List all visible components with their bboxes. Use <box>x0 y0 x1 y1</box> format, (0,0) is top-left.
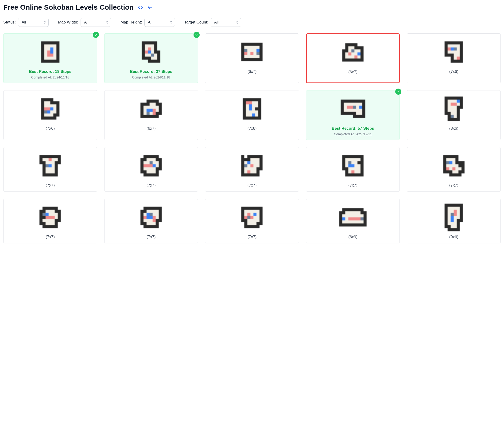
level-dimensions: (6x7) <box>248 69 257 74</box>
width-select-value: All <box>84 20 88 24</box>
level-card[interactable]: (6x7) <box>306 33 400 83</box>
level-thumbnail <box>440 95 468 123</box>
level-card[interactable]: (7x7) <box>205 199 299 243</box>
level-thumbnail <box>238 152 266 180</box>
best-record: Best Record: 18 Steps <box>29 69 71 74</box>
level-dimensions: (7x6) <box>248 126 257 131</box>
level-thumbnail <box>440 152 468 180</box>
level-dimensions: (7x7) <box>147 183 156 188</box>
width-select[interactable]: All <box>80 18 111 27</box>
filter-label-target: Target Count: <box>184 20 208 25</box>
level-thumbnail <box>36 152 64 180</box>
level-dimensions: (7x7) <box>449 183 459 188</box>
level-card[interactable]: (7x6) <box>3 90 97 140</box>
level-card[interactable]: Best Record: 37 StepsCompleted At: 2024/… <box>104 33 198 83</box>
height-select[interactable]: All <box>144 18 175 27</box>
best-record: Best Record: 37 Steps <box>130 69 172 74</box>
level-thumbnail <box>137 95 165 123</box>
level-thumbnail <box>339 38 367 66</box>
target-select[interactable]: All <box>211 18 241 27</box>
level-dimensions: (7x7) <box>147 235 156 239</box>
level-thumbnail <box>339 203 367 232</box>
level-card[interactable]: (7x7) <box>205 147 299 192</box>
level-card[interactable]: (6x9) <box>306 199 400 243</box>
level-dimensions: (7x7) <box>248 183 257 188</box>
level-thumbnail <box>440 38 468 66</box>
level-card[interactable]: (7x7) <box>3 199 97 243</box>
page-title: Free Online Sokoban Levels Collection <box>3 3 134 11</box>
filter-label-width: Map Width: <box>58 20 78 25</box>
filters-bar: Status: All Map Width: All Map Height: A… <box>3 18 501 27</box>
level-thumbnail <box>137 152 165 180</box>
level-thumbnail <box>339 95 367 123</box>
level-card[interactable]: (7x7) <box>407 147 501 192</box>
level-card[interactable]: Best Record: 57 StepsCompleted At: 2024/… <box>306 90 400 140</box>
level-card[interactable]: (9x6) <box>407 199 501 243</box>
level-dimensions: (7x7) <box>348 183 357 188</box>
check-icon <box>93 32 99 38</box>
level-card[interactable]: Best Record: 18 StepsCompleted At: 2024/… <box>3 33 97 83</box>
level-card[interactable]: (7x6) <box>407 33 501 83</box>
filter-label-height: Map Height: <box>121 20 142 25</box>
filter-label-status: Status: <box>3 20 16 25</box>
level-card[interactable]: (8x6) <box>407 90 501 140</box>
level-card[interactable]: (7x7) <box>104 199 198 243</box>
best-record: Best Record: 57 Steps <box>332 126 374 131</box>
level-thumbnail <box>36 38 64 66</box>
completed-at: Completed At: 2024/11/18 <box>31 75 69 79</box>
check-icon <box>395 89 401 95</box>
level-dimensions: (7x7) <box>45 183 55 188</box>
level-card[interactable]: (7x7) <box>306 147 400 192</box>
completed-at: Completed At: 2024/11/18 <box>132 75 170 79</box>
level-thumbnail <box>440 203 468 232</box>
level-dimensions: (7x6) <box>449 69 459 74</box>
level-card[interactable]: (7x7) <box>104 147 198 192</box>
level-card[interactable]: (7x6) <box>205 90 299 140</box>
target-select-value: All <box>214 20 219 24</box>
level-thumbnail <box>238 95 266 123</box>
level-dimensions: (9x6) <box>449 235 459 239</box>
level-thumbnail <box>36 95 64 123</box>
level-dimensions: (6x7) <box>147 126 156 131</box>
completed-at: Completed At: 2024/12/11 <box>334 132 372 136</box>
check-icon <box>194 32 200 38</box>
level-dimensions: (6x7) <box>348 70 357 74</box>
level-thumbnail <box>137 203 165 232</box>
status-select-value: All <box>22 20 26 24</box>
level-thumbnail <box>238 203 266 232</box>
level-dimensions: (7x7) <box>45 235 55 239</box>
level-dimensions: (6x9) <box>348 235 357 239</box>
status-select[interactable]: All <box>18 18 49 27</box>
level-dimensions: (8x6) <box>449 126 459 131</box>
chevron-updown-icon <box>170 21 172 24</box>
chevron-updown-icon <box>44 21 46 24</box>
chevron-updown-icon <box>106 21 108 24</box>
level-card[interactable]: (7x7) <box>3 147 97 192</box>
level-thumbnail <box>339 152 367 180</box>
level-thumbnail <box>238 38 266 66</box>
back-arrow-icon[interactable] <box>147 5 152 10</box>
level-thumbnail <box>137 38 165 66</box>
level-card[interactable]: (6x7) <box>205 33 299 83</box>
height-select-value: All <box>148 20 152 24</box>
level-dimensions: (7x6) <box>45 126 55 131</box>
chevron-updown-icon <box>236 21 239 24</box>
code-icon[interactable] <box>138 5 143 10</box>
level-grid: Best Record: 18 StepsCompleted At: 2024/… <box>3 33 501 243</box>
level-thumbnail <box>36 203 64 232</box>
level-dimensions: (7x7) <box>248 235 257 239</box>
level-card[interactable]: (6x7) <box>104 90 198 140</box>
